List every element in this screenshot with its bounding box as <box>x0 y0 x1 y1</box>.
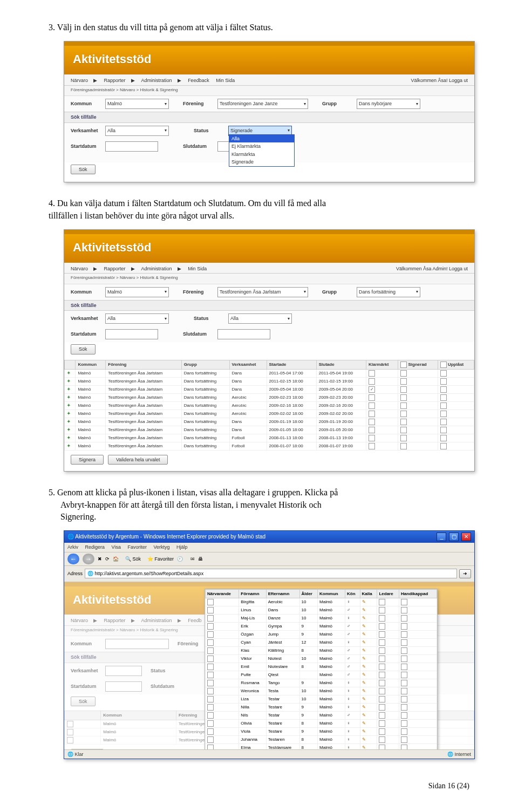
favorites-icon[interactable]: ⭐ Favoriter <box>147 556 174 563</box>
go-button[interactable]: ➜ <box>459 569 471 578</box>
ledare-checkbox[interactable] <box>379 688 385 694</box>
upplast-checkbox[interactable] <box>440 419 447 425</box>
signerad-checkbox[interactable] <box>400 370 407 377</box>
edit-icon[interactable]: ✎ <box>362 705 366 709</box>
history-icon[interactable]: 🕘 <box>177 556 183 563</box>
edit-icon[interactable]: ✎ <box>362 640 366 645</box>
select-kommun[interactable]: Malmö▾ <box>105 287 169 297</box>
handikappad-checkbox[interactable] <box>401 745 407 749</box>
narvarande-checkbox[interactable] <box>207 599 214 605</box>
ledare-checkbox[interactable] <box>379 599 385 605</box>
edit-icon[interactable]: ✎ <box>362 616 366 620</box>
forward-button[interactable]: → <box>83 554 94 564</box>
edit-icon[interactable]: ✎ <box>362 624 366 629</box>
klarmarkt-checkbox[interactable] <box>369 386 375 393</box>
edit-icon[interactable]: ✎ <box>362 688 366 693</box>
menu-favoriter[interactable]: Favoriter <box>127 544 147 550</box>
edit-icon[interactable]: ✎ <box>362 672 366 677</box>
handikappad-checkbox[interactable] <box>401 736 407 743</box>
klarmarkt-checkbox[interactable] <box>369 427 375 433</box>
handikappad-checkbox[interactable] <box>401 672 407 678</box>
edit-icon[interactable]: ✎ <box>362 737 366 742</box>
select-status[interactable]: Signerade▾ Alla Ej Klarmärkta Klarmärkta… <box>228 126 292 136</box>
klarmarkt-checkbox[interactable] <box>369 402 375 409</box>
edit-icon[interactable]: ✎ <box>362 680 366 685</box>
ledare-checkbox[interactable] <box>379 704 385 711</box>
edit-icon[interactable]: ✎ <box>362 713 366 718</box>
signerad-checkbox[interactable] <box>400 386 407 393</box>
upplast-checkbox[interactable] <box>440 443 447 449</box>
plus-icon[interactable]: ✦ <box>67 427 71 432</box>
ledare-checkbox[interactable] <box>379 631 385 638</box>
narvarande-checkbox[interactable] <box>207 680 214 686</box>
klarmarkt-checkbox[interactable] <box>369 378 375 385</box>
narvarande-checkbox[interactable] <box>207 672 214 678</box>
signerad-checkbox[interactable] <box>400 443 407 449</box>
upplast-checkbox[interactable] <box>440 435 447 441</box>
ledare-checkbox[interactable] <box>379 656 385 662</box>
nav-minsida[interactable]: Min Sida <box>188 266 207 271</box>
nav-rapporter[interactable]: Rapporter <box>104 78 126 83</box>
signerad-checkbox[interactable] <box>400 419 407 425</box>
menu-hjalp[interactable]: Hjälp <box>176 544 188 550</box>
handikappad-checkbox[interactable] <box>401 623 407 630</box>
ledare-checkbox[interactable] <box>379 615 385 622</box>
narvarande-checkbox[interactable] <box>207 736 214 743</box>
ledare-checkbox[interactable] <box>379 680 385 686</box>
plus-icon[interactable]: ✦ <box>67 419 71 424</box>
edit-icon[interactable]: ✎ <box>362 656 366 661</box>
narvarande-checkbox[interactable] <box>207 623 214 630</box>
select-forening[interactable]: Testföreningen Jane Janze▾ <box>217 99 308 109</box>
handikappad-checkbox[interactable] <box>401 615 407 622</box>
plus-icon[interactable]: ✦ <box>67 387 71 392</box>
narvarande-checkbox[interactable] <box>207 728 214 735</box>
edit-icon[interactable]: ✎ <box>362 648 366 653</box>
signerad-checkbox[interactable] <box>400 394 407 401</box>
ledare-checkbox[interactable] <box>379 728 385 735</box>
upplast-checkbox[interactable] <box>440 411 447 417</box>
narvarande-checkbox[interactable] <box>207 664 214 670</box>
ledare-checkbox[interactable] <box>379 639 385 646</box>
narvarande-checkbox[interactable] <box>207 688 214 694</box>
status-option-klarmarkta[interactable]: Klarmärkta <box>229 151 294 159</box>
menu-visa[interactable]: Visa <box>112 544 121 550</box>
ledare-checkbox[interactable] <box>379 664 385 670</box>
plus-icon[interactable]: ✦ <box>67 395 71 400</box>
klarmarkt-checkbox[interactable] <box>369 411 375 417</box>
narvarande-checkbox[interactable] <box>207 607 214 613</box>
signerad-checkbox[interactable] <box>400 435 407 441</box>
edit-icon[interactable]: ✎ <box>362 721 366 726</box>
nav-minsida[interactable]: Min Sida <box>216 78 235 83</box>
signerad-checkbox[interactable] <box>400 378 407 385</box>
signerad-checkbox[interactable] <box>400 402 407 409</box>
klarmarkt-checkbox[interactable] <box>369 443 375 449</box>
upplast-checkbox[interactable] <box>440 386 447 393</box>
status-option-alla[interactable]: Alla <box>229 135 294 143</box>
stop-icon[interactable]: ✖ <box>98 556 102 563</box>
handikappad-checkbox[interactable] <box>401 631 407 638</box>
status-option-ej-klarmarkta[interactable]: Ej Klarmärkta <box>229 142 294 151</box>
handikappad-checkbox[interactable] <box>401 656 407 662</box>
select-grupp[interactable]: Dans nybörjare▾ <box>357 99 420 109</box>
narvarande-checkbox[interactable] <box>207 696 214 702</box>
input-startdatum[interactable] <box>105 329 158 339</box>
close-button[interactable]: ✕ <box>461 533 471 541</box>
handikappad-checkbox[interactable] <box>401 607 407 613</box>
plus-icon[interactable]: ✦ <box>67 443 71 448</box>
edit-icon[interactable]: ✎ <box>362 599 366 604</box>
sok-button[interactable]: Sök <box>71 165 96 175</box>
ledare-checkbox[interactable] <box>379 696 385 702</box>
plus-icon[interactable]: ✦ <box>67 411 71 416</box>
klarmarkt-checkbox[interactable] <box>369 394 375 401</box>
ledare-checkbox[interactable] <box>379 736 385 743</box>
ledare-checkbox[interactable] <box>379 672 385 678</box>
nav-admin[interactable]: Administration <box>141 78 172 83</box>
input-slutdatum[interactable] <box>217 329 270 339</box>
handikappad-checkbox[interactable] <box>401 704 407 711</box>
signerad-checkbox[interactable] <box>400 427 407 433</box>
ledare-checkbox[interactable] <box>379 712 385 719</box>
select-verksamhet[interactable]: Alla▾ <box>105 126 169 136</box>
upplast-checkbox[interactable] <box>440 370 447 377</box>
select-status[interactable]: Alla▾ <box>228 313 292 324</box>
klarmarkt-checkbox[interactable] <box>369 419 375 425</box>
